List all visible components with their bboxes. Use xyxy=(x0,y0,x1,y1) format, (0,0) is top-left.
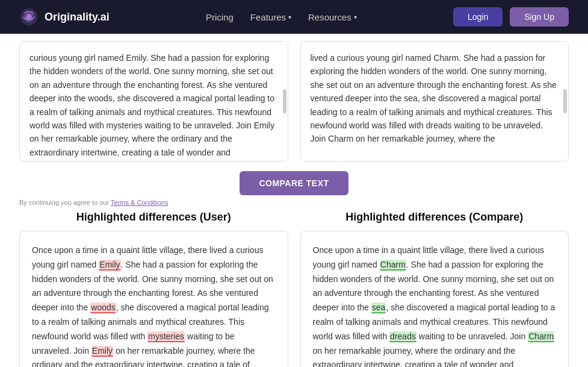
main-content: curious young girl named Emily. She had … xyxy=(0,34,588,367)
nav-resources[interactable]: Resources ▾ xyxy=(308,12,357,22)
terms-text: By continuing you agree to our Terms & C… xyxy=(19,199,168,206)
highlight-emily-1: Emily xyxy=(99,260,120,271)
diff-user-panel: Highlighted differences (User) Once upon… xyxy=(19,211,288,367)
navbar: Originality.ai Pricing Features ▾ Resour… xyxy=(0,0,588,34)
features-chevron-icon: ▾ xyxy=(288,14,291,20)
diff-user-box: Once upon a time in a quaint little vill… xyxy=(19,231,288,367)
terms-link[interactable]: Terms & Conditions xyxy=(111,199,168,206)
highlight-charm-2: Charm xyxy=(528,331,554,342)
nav-pricing[interactable]: Pricing xyxy=(206,12,234,22)
diff-section: Highlighted differences (User) Once upon… xyxy=(19,211,569,367)
compare-area: COMPARE TEXT By continuing you agree to … xyxy=(19,171,569,206)
user-scrollbar[interactable] xyxy=(283,89,286,113)
user-text-input[interactable]: curious young girl named Emily. She had … xyxy=(20,42,288,161)
diff-compare-title: Highlighted differences (Compare) xyxy=(300,211,569,224)
diff-compare-box: Once upon a time in a quaint little vill… xyxy=(300,231,569,367)
user-text-area-box: curious young girl named Emily. She had … xyxy=(19,41,288,162)
diff-compare-text: Once upon a time in a quaint little vill… xyxy=(313,243,557,367)
navbar-actions: Login Sign Up xyxy=(453,7,569,27)
highlight-dreads: dreads xyxy=(389,331,416,342)
logo-icon xyxy=(19,7,39,27)
diff-user-title: Highlighted differences (User) xyxy=(19,211,288,224)
diff-user-text: Once upon a time in a quaint little vill… xyxy=(32,243,276,367)
resources-chevron-icon: ▾ xyxy=(354,14,357,20)
compare-scrollbar[interactable] xyxy=(563,89,567,113)
highlight-charm-1: Charm xyxy=(380,260,406,271)
highlight-woods: woods xyxy=(90,303,116,313)
nav-features[interactable]: Features ▾ xyxy=(250,12,291,22)
navbar-links: Pricing Features ▾ Resources ▾ xyxy=(206,12,357,22)
logo-text: Originality.ai xyxy=(45,11,110,24)
signup-button[interactable]: Sign Up xyxy=(510,7,569,27)
login-button[interactable]: Login xyxy=(453,7,503,27)
svg-point-2 xyxy=(26,14,32,20)
highlight-mysteries: mysteries xyxy=(147,331,185,342)
compare-text-area-box: lived a curious young girl named Charm. … xyxy=(300,41,569,162)
compare-button[interactable]: COMPARE TEXT xyxy=(240,171,348,195)
text-areas-row: curious young girl named Emily. She had … xyxy=(19,34,569,162)
highlight-sea: sea xyxy=(371,303,386,313)
logo[interactable]: Originality.ai xyxy=(19,7,110,27)
highlight-emily-2: Emily xyxy=(91,346,113,357)
diff-compare-panel: Highlighted differences (Compare) Once u… xyxy=(300,211,569,367)
compare-text-input[interactable]: lived a curious young girl named Charm. … xyxy=(301,42,569,161)
